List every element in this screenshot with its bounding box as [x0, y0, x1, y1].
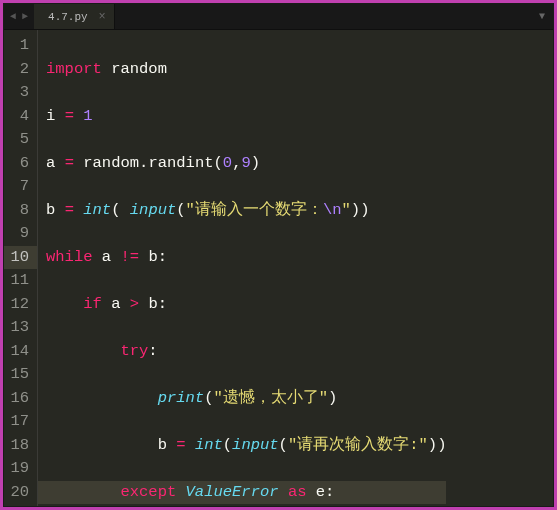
- line-number: 11: [10, 269, 29, 293]
- code-line: while a != b:: [46, 246, 446, 270]
- line-number: 19: [10, 457, 29, 481]
- code-line: i = 1: [46, 105, 446, 129]
- line-number: 8: [10, 199, 29, 223]
- code-line: b = int( input("请输入一个数字：\n")): [46, 199, 446, 223]
- line-number: 13: [10, 316, 29, 340]
- code-line: a = random.randint(0,9): [46, 152, 446, 176]
- line-number: 3: [10, 81, 29, 105]
- line-number: 7: [10, 175, 29, 199]
- line-number: 17: [10, 410, 29, 434]
- line-number: 15: [10, 363, 29, 387]
- line-number: 12: [10, 293, 29, 317]
- tab-bar: ◄ ► 4.7.py × ▼: [4, 4, 553, 30]
- code-line: except ValueError as e:: [38, 481, 446, 505]
- code-line: b = int(input("请再次输入数字:")): [46, 434, 446, 458]
- nav-back-icon[interactable]: ◄: [8, 9, 18, 24]
- code-line: if a > b:: [46, 293, 446, 317]
- nav-arrows: ◄ ►: [4, 9, 34, 24]
- line-number-gutter: 1234567891011121314151617181920: [4, 30, 38, 506]
- code-area: 1234567891011121314151617181920 import r…: [4, 30, 553, 506]
- close-icon[interactable]: ×: [98, 10, 105, 24]
- line-number: 20: [10, 481, 29, 505]
- tab-filename: 4.7.py: [48, 11, 88, 23]
- line-number: 6: [10, 152, 29, 176]
- code-line: print("遗憾，太小了"): [46, 387, 446, 411]
- line-number: 14: [10, 340, 29, 364]
- editor-window: ◄ ► 4.7.py × ▼ 1234567891011121314151617…: [3, 3, 554, 507]
- line-number: 10: [4, 246, 37, 270]
- line-number: 5: [10, 128, 29, 152]
- line-number: 9: [10, 222, 29, 246]
- nav-forward-icon[interactable]: ►: [20, 9, 30, 24]
- line-number: 16: [10, 387, 29, 411]
- tab-dropdown-icon[interactable]: ▼: [531, 11, 553, 22]
- code-line: try:: [46, 340, 446, 364]
- line-number: 18: [10, 434, 29, 458]
- line-number: 4: [10, 105, 29, 129]
- code-line: import random: [46, 58, 446, 82]
- file-tab[interactable]: 4.7.py ×: [34, 4, 115, 29]
- code-content[interactable]: import random i = 1 a = random.randint(0…: [38, 30, 446, 506]
- line-number: 2: [10, 58, 29, 82]
- line-number: 1: [10, 34, 29, 58]
